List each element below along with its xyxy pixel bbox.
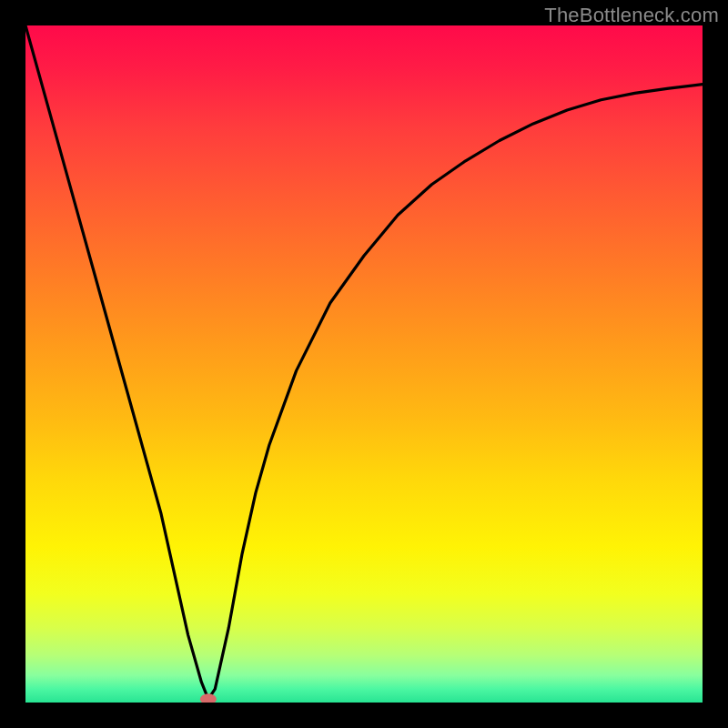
watermark-text: TheBottleneck.com [544,4,719,27]
minimum-marker [200,693,217,703]
plot-area [25,25,703,703]
chart-frame: TheBottleneck.com [0,0,728,728]
curve-path [25,25,703,699]
bottleneck-curve [25,25,703,703]
